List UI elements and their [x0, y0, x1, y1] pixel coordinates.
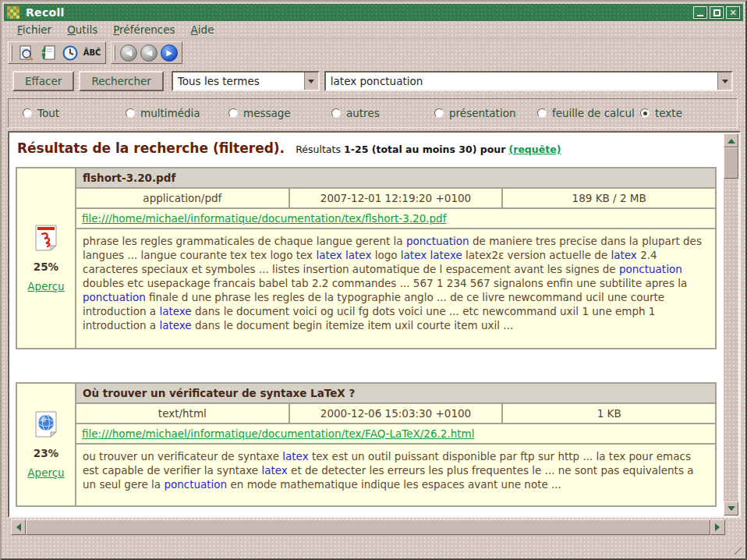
highlighted-term: latex latexe — [401, 249, 462, 261]
radio-icon[interactable] — [434, 108, 444, 118]
filter-option-autres[interactable]: autres — [331, 107, 434, 119]
nav-back-first-icon[interactable]: ◀ — [120, 44, 137, 62]
toolbar-handle[interactable] — [10, 45, 12, 61]
radio-icon[interactable] — [126, 108, 135, 118]
filter-label: présentation — [449, 107, 515, 119]
query-combobox — [324, 71, 733, 91]
window-title: Recoll — [26, 6, 65, 19]
results-range: 1-25 (total au moins 30) pour — [344, 144, 505, 155]
preview-link[interactable]: Aperçu — [27, 280, 64, 292]
scroll-left-icon[interactable] — [11, 519, 26, 535]
filter-label: autres — [346, 107, 380, 119]
scroll-up-icon[interactable] — [724, 133, 738, 147]
result-title: Où trouver un vérificateur de syntaxe La… — [76, 384, 715, 402]
filter-label: feuille de calcul — [552, 107, 635, 119]
result-side-panel: 25% Aperçu — [17, 168, 75, 348]
result-side-panel: 23% Aperçu — [17, 384, 75, 505]
nav-forward-icon[interactable]: ▶ — [161, 44, 178, 62]
menu-item-fichier[interactable]: Fichier — [10, 22, 58, 37]
chevron-down-icon[interactable] — [304, 73, 318, 90]
abstract-text: en mode mathematique indique les espaces… — [227, 478, 561, 491]
radio-icon[interactable] — [331, 108, 341, 118]
search-mode-select[interactable]: Tous les termes — [172, 71, 320, 91]
chevron-down-icon[interactable] — [717, 73, 731, 90]
filter-option-présentation[interactable]: présentation — [434, 107, 537, 119]
html-file-icon — [34, 411, 58, 438]
filter-label: texte — [655, 107, 682, 119]
result-mime: application/pdf — [76, 189, 289, 207]
result-detail: flshort-3.20.pdf application/pdf 2007-12… — [76, 168, 715, 348]
app-icon — [7, 6, 19, 19]
toolbar-handle[interactable] — [113, 45, 115, 61]
resize-grip[interactable] — [728, 541, 742, 555]
search-button[interactable]: Rechercher — [79, 71, 163, 91]
results-list: Résultats de la recherche (filtered). Ré… — [9, 133, 723, 516]
highlighted-term: latex — [611, 249, 636, 261]
history-clock-icon[interactable] — [61, 44, 80, 62]
horizontal-scrollbar-thumb[interactable] — [26, 519, 710, 535]
result-url-link[interactable]: file:///home/michael/informatique/docume… — [82, 427, 474, 440]
vertical-scrollbar[interactable] — [724, 133, 738, 516]
scroll-right-icon[interactable] — [710, 519, 725, 535]
filter-option-multimédia[interactable]: multimédia — [126, 107, 228, 119]
vertical-scrollbar-track[interactable] — [724, 179, 738, 502]
nav-back-icon[interactable]: ◀ — [140, 44, 158, 62]
abstract-text: dans le document begin itemize item uxil… — [192, 319, 514, 331]
result-abstract: ou trouver un verificateur de syntaxe la… — [76, 445, 715, 505]
close-button[interactable]: ✕ — [726, 6, 740, 19]
highlighted-term: latex — [261, 464, 287, 477]
category-filter-panel: Toutmultimédiamessageautresprésentationf… — [8, 98, 738, 128]
result-detail: Où trouver un vérificateur de syntaxe La… — [76, 384, 715, 505]
menu-item-outils[interactable]: Outils — [60, 22, 104, 37]
result-meta-row: application/pdf 2007-12-01 12:19:20 +010… — [76, 189, 715, 207]
clear-button[interactable]: Effacer — [12, 71, 74, 91]
abstract-text: phrase les regles grammaticales de chaqu… — [83, 235, 406, 247]
pdf-file-icon — [34, 225, 58, 253]
highlighted-term: ponctuation — [83, 291, 146, 303]
html-file-icon — [34, 411, 58, 440]
search-document-icon[interactable] — [17, 44, 36, 62]
radio-icon[interactable] — [640, 108, 650, 118]
results-summary-prefix: Résultats — [296, 144, 341, 155]
result-title: flshort-3.20.pdf — [76, 168, 715, 187]
query-link[interactable]: (requête) — [509, 144, 561, 155]
abstract-text: logo — [371, 249, 400, 261]
scroll-down-icon[interactable] — [724, 502, 738, 516]
menu-item-aide[interactable]: Aide — [184, 22, 221, 37]
term-explorer-icon[interactable]: ÂBĈ — [83, 44, 101, 62]
maximize-button[interactable] — [710, 6, 724, 19]
pdf-file-icon — [34, 225, 58, 251]
filter-option-texte[interactable]: texte — [640, 107, 682, 119]
highlighted-term: ponctuation — [406, 235, 469, 247]
radio-icon[interactable] — [228, 108, 238, 118]
filter-label: Tout — [37, 107, 59, 119]
update-index-icon[interactable] — [39, 44, 58, 62]
filter-label: multimédia — [140, 107, 200, 119]
result-meta-row: text/html 2000-12-06 15:03:30 +0100 1 KB — [76, 404, 715, 423]
result-item: 23% Aperçu Où trouver un vérificateur de… — [16, 382, 717, 507]
toolbar-group-nav: ◀ ◀ ▶ — [111, 41, 182, 64]
radio-icon[interactable] — [23, 108, 32, 118]
menu-item-préférences[interactable]: Préférences — [106, 22, 182, 37]
radio-icon[interactable] — [537, 108, 547, 118]
search-input[interactable] — [326, 73, 717, 90]
abstract-text: doubles etc usepackage francais babel ta… — [83, 277, 687, 289]
preview-link[interactable]: Aperçu — [27, 466, 64, 479]
highlighted-term: latex — [282, 450, 308, 463]
result-date: 2000-12-06 15:03:30 +0100 — [290, 404, 502, 423]
toolbar-group-main: ÂBĈ — [8, 41, 106, 64]
minimize-button[interactable] — [693, 6, 707, 19]
relevance-percent: 25% — [34, 261, 58, 273]
filter-option-feuille-de-calcul[interactable]: feuille de calcul — [537, 107, 640, 119]
result-date: 2007-12-01 12:19:20 +0100 — [290, 189, 502, 207]
filter-option-message[interactable]: message — [228, 107, 331, 119]
horizontal-scrollbar[interactable] — [11, 519, 725, 535]
result-url-row: file:///home/michael/informatique/docume… — [76, 209, 715, 228]
result-size: 189 KB / 2 MB — [503, 189, 715, 207]
filter-option-tout[interactable]: Tout — [23, 107, 126, 119]
result-abstract: phrase les regles grammaticales de chaqu… — [76, 229, 715, 348]
search-controls: Effacer Rechercher Tous les termes — [12, 71, 733, 91]
highlighted-term: latexe — [159, 319, 191, 331]
result-url-link[interactable]: file:///home/michael/informatique/docume… — [82, 212, 446, 225]
vertical-scrollbar-thumb[interactable] — [724, 147, 738, 179]
